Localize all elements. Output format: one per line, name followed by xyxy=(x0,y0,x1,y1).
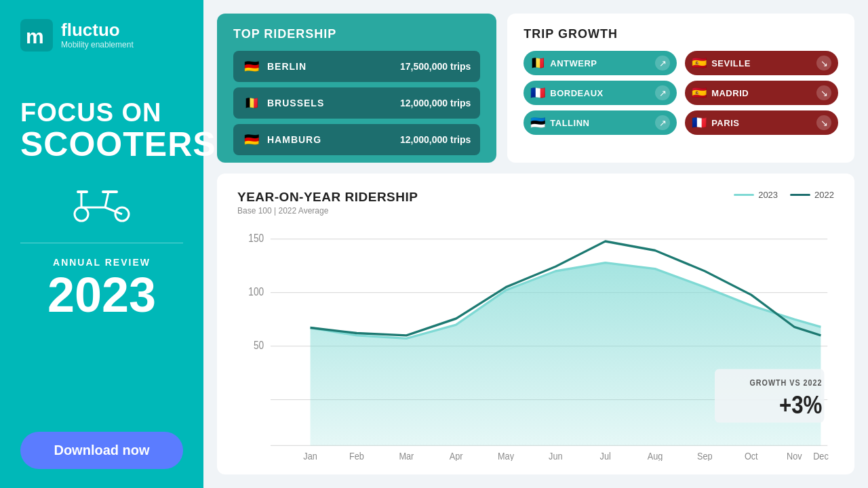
hamburg-trips: 12,000,000 trips xyxy=(400,134,471,145)
growth-item-madrid: 🇪🇸 MADRID ↘ xyxy=(685,81,838,105)
growth-item-bordeaux: 🇫🇷 BORDEAUX ↗ xyxy=(524,81,677,105)
top-row: TOP RIDERSHIP 🇩🇪 BERLIN 17,500,000 trips… xyxy=(217,14,854,163)
svg-text:Oct: Oct xyxy=(745,451,758,461)
legend-2022-label: 2022 xyxy=(814,190,834,200)
year-label: 2023 xyxy=(20,270,183,319)
growth-grid: 🇧🇪 ANTWERP ↗ 🇪🇸 SEVILLE ↘ 🇫🇷 BORDE xyxy=(524,51,838,135)
legend-2022: 2022 xyxy=(790,190,834,200)
brussels-trips: 12,000,000 trips xyxy=(400,98,471,108)
growth-item-tallinn: 🇪🇪 TALLINN ↗ xyxy=(524,110,677,135)
svg-text:GROWTH VS 2022: GROWTH VS 2022 xyxy=(750,378,823,388)
logo-subtitle: Mobility enablement xyxy=(61,40,134,49)
seville-flag: 🇪🇸 xyxy=(692,56,707,70)
scooters-label: SCOOTERS xyxy=(20,127,183,161)
growth-item-seville: 🇪🇸 SEVILLE ↘ xyxy=(685,51,838,75)
svg-text:Dec: Dec xyxy=(813,451,829,461)
svg-text:Jun: Jun xyxy=(549,451,562,461)
scooter-icon xyxy=(20,182,183,222)
svg-text:+3%: +3% xyxy=(779,391,822,419)
berlin-trips: 17,500,000 trips xyxy=(400,61,471,72)
top-ridership-card: TOP RIDERSHIP 🇩🇪 BERLIN 17,500,000 trips… xyxy=(217,14,496,163)
download-button[interactable]: Download now xyxy=(20,432,183,469)
legend-2023-line xyxy=(734,194,754,196)
main-content: TOP RIDERSHIP 🇩🇪 BERLIN 17,500,000 trips… xyxy=(203,0,868,488)
tallinn-name: TALLINN xyxy=(550,118,589,128)
madrid-name: MADRID xyxy=(711,88,749,98)
growth-item-paris: 🇫🇷 PARIS ↘ xyxy=(685,110,838,135)
focus-on-label: FOCUS ON xyxy=(20,99,183,127)
legend-2023-label: 2023 xyxy=(758,190,778,200)
bordeaux-name: BORDEAUX xyxy=(550,88,603,98)
antwerp-name: ANTWERP xyxy=(550,58,597,68)
divider xyxy=(20,243,183,243)
logo-text: fluctuo Mobility enablement xyxy=(61,21,134,49)
ridership-list: 🇩🇪 BERLIN 17,500,000 trips 🇧🇪 BRUSSELS 1… xyxy=(233,51,480,155)
svg-text:Apr: Apr xyxy=(450,451,463,461)
legend-2022-line xyxy=(790,194,810,196)
top-ridership-title: TOP RIDERSHIP xyxy=(233,27,480,41)
svg-text:Sep: Sep xyxy=(697,451,713,461)
svg-text:Mar: Mar xyxy=(399,451,414,461)
ridership-item-berlin: 🇩🇪 BERLIN 17,500,000 trips xyxy=(233,51,480,82)
seville-arrow-icon: ↘ xyxy=(816,56,831,70)
trip-growth-card: TRIP GROWTH 🇧🇪 ANTWERP ↗ 🇪🇸 SEVILLE ↘ xyxy=(507,14,854,163)
paris-arrow-icon: ↘ xyxy=(816,115,831,130)
ridership-item-brussels: 🇧🇪 BRUSSELS 12,000,000 trips xyxy=(233,87,480,119)
berlin-flag: 🇩🇪 xyxy=(243,58,260,75)
annual-review-label: ANNUAL REVIEW xyxy=(20,257,183,268)
svg-text:150: 150 xyxy=(248,232,264,244)
chart-legend: 2023 2022 xyxy=(734,190,834,200)
brussels-name: BRUSSELS xyxy=(267,98,324,108)
svg-text:50: 50 xyxy=(254,340,264,351)
svg-point-2 xyxy=(75,207,88,221)
madrid-flag: 🇪🇸 xyxy=(692,85,707,100)
chart-header: YEAR-ON-YEAR RIDERSHIP Base 100 | 2022 A… xyxy=(237,190,834,216)
logo-area: m fluctuo Mobility enablement xyxy=(20,19,183,52)
antwerp-arrow-icon: ↗ xyxy=(655,56,670,70)
legend-2023: 2023 xyxy=(734,190,778,200)
growth-item-antwerp: 🇧🇪 ANTWERP ↗ xyxy=(524,51,677,75)
bordeaux-flag: 🇫🇷 xyxy=(530,85,545,100)
svg-text:May: May xyxy=(498,451,514,461)
fluctuo-logo-icon: m xyxy=(20,19,53,52)
paris-flag: 🇫🇷 xyxy=(692,115,707,130)
svg-text:Aug: Aug xyxy=(648,451,663,461)
svg-line-6 xyxy=(105,192,108,207)
chart-subtitle: Base 100 | 2022 Average xyxy=(237,206,418,216)
chart-title: YEAR-ON-YEAR RIDERSHIP xyxy=(237,190,418,205)
tallinn-flag: 🇪🇪 xyxy=(530,115,545,130)
svg-text:Jan: Jan xyxy=(303,451,317,461)
chart-card: YEAR-ON-YEAR RIDERSHIP Base 100 | 2022 A… xyxy=(217,174,854,474)
logo-name: fluctuo xyxy=(61,21,134,39)
svg-text:Nov: Nov xyxy=(787,451,802,461)
hamburg-name: HAMBURG xyxy=(267,134,321,145)
svg-text:m: m xyxy=(26,25,44,47)
berlin-name: BERLIN xyxy=(267,61,307,72)
brussels-flag: 🇧🇪 xyxy=(243,94,260,112)
sidebar: m fluctuo Mobility enablement FOCUS ON S… xyxy=(0,0,203,488)
svg-text:Feb: Feb xyxy=(349,451,364,461)
tallinn-arrow-icon: ↗ xyxy=(655,115,670,130)
chart-svg: 150 100 50 xyxy=(237,224,834,461)
ridership-item-hamburg: 🇩🇪 HAMBURG 12,000,000 trips xyxy=(233,124,480,155)
paris-name: PARIS xyxy=(711,118,739,128)
antwerp-flag: 🇧🇪 xyxy=(530,56,545,70)
bordeaux-arrow-icon: ↗ xyxy=(655,85,670,100)
seville-name: SEVILLE xyxy=(711,58,751,68)
trip-growth-title: TRIP GROWTH xyxy=(524,27,838,41)
svg-text:Jul: Jul xyxy=(600,451,611,461)
chart-area: 150 100 50 xyxy=(237,224,834,461)
hamburg-flag: 🇩🇪 xyxy=(243,131,260,148)
madrid-arrow-icon: ↘ xyxy=(816,85,831,100)
svg-text:100: 100 xyxy=(248,286,264,298)
